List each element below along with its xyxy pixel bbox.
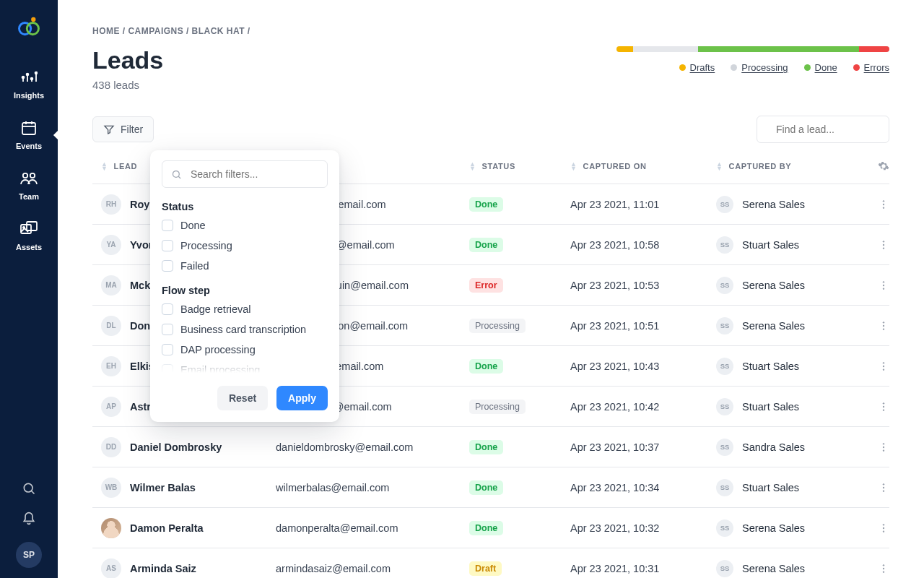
sort-icon: ▲▼: [570, 162, 578, 171]
nav-label: Assets: [16, 243, 42, 251]
nav-assets[interactable]: Assets: [0, 211, 58, 262]
user-avatar[interactable]: SP: [16, 542, 42, 568]
captured-by-avatar: SS: [716, 236, 733, 254]
col-captured-by[interactable]: ▲▼ CAPTURED BY: [716, 162, 868, 171]
row-menu-button[interactable]: [868, 441, 889, 453]
filter-option[interactable]: Email processing: [162, 364, 328, 373]
captured-by-avatar: SS: [716, 398, 733, 415]
row-menu-button[interactable]: [868, 563, 889, 574]
lead-avatar: RH: [101, 194, 121, 215]
svg-point-17: [883, 207, 884, 208]
captured-by-avatar: SS: [716, 196, 733, 213]
table-row[interactable]: WBWilmer Balaswilmerbalas@email.comDoneA…: [92, 467, 889, 508]
table-settings-button[interactable]: [868, 160, 889, 172]
filter-search-wrap[interactable]: [162, 160, 328, 188]
svg-point-26: [883, 328, 884, 329]
filter-option[interactable]: Processing: [162, 240, 328, 251]
search-input-wrap[interactable]: [757, 116, 889, 143]
nav-label: Events: [16, 142, 42, 150]
dot-icon: [679, 64, 686, 71]
svg-point-3: [22, 77, 25, 79]
col-status[interactable]: ▲▼ STATUS: [469, 162, 570, 171]
apply-button[interactable]: Apply: [276, 386, 328, 410]
lead-name: Arminda Saiz: [130, 563, 196, 574]
svg-point-45: [173, 171, 180, 177]
lead-email: armindasaiz@email.com: [276, 563, 469, 574]
search-icon: [171, 169, 182, 180]
nav-insights[interactable]: Insights: [0, 59, 58, 110]
captured-by-avatar: SS: [716, 519, 733, 537]
filter-option[interactable]: Badge retrieval: [162, 303, 328, 315]
svg-point-16: [883, 203, 884, 204]
legend-processing[interactable]: Processing: [731, 62, 788, 73]
lead-email: danieldombrosky@email.com: [276, 441, 469, 453]
col-captured-on[interactable]: ▲▼ CAPTURED ON: [570, 162, 716, 171]
svg-point-41: [883, 530, 884, 532]
captured-by-name: Serena Sales: [742, 320, 805, 332]
status-badge: Processing: [469, 400, 526, 414]
search-input[interactable]: [775, 123, 904, 136]
filter-option[interactable]: DAP processing: [162, 344, 328, 355]
row-menu-button[interactable]: [868, 482, 889, 493]
captured-by-name: Serena Sales: [742, 522, 805, 534]
row-menu-button[interactable]: [868, 522, 889, 534]
captured-by-name: Stuart Sales: [742, 482, 799, 493]
table-row[interactable]: Damon Peraltadamonperalta@email.comDoneA…: [92, 508, 889, 548]
nav-team[interactable]: Team: [0, 160, 58, 211]
legend-done[interactable]: Done: [804, 62, 837, 73]
row-menu-button[interactable]: [868, 199, 889, 210]
more-vertical-icon: [878, 482, 889, 493]
gear-icon: [878, 160, 889, 172]
dot-icon: [804, 64, 811, 71]
checkbox-icon: [162, 260, 173, 272]
legend-drafts[interactable]: Drafts: [679, 62, 715, 73]
page-title: Leads: [92, 46, 163, 74]
captured-by-avatar: SS: [716, 439, 733, 456]
row-menu-button[interactable]: [868, 401, 889, 413]
captured-on: Apr 23 2021, 10:37: [570, 441, 716, 453]
nav-events[interactable]: Events: [0, 110, 58, 160]
status-badge: Done: [469, 197, 503, 212]
filter-button[interactable]: Filter: [92, 116, 154, 142]
row-menu-button[interactable]: [868, 280, 889, 291]
svg-point-8: [23, 173, 27, 178]
lead-name: Wilmer Balas: [130, 482, 196, 493]
legend-errors[interactable]: Errors: [853, 62, 889, 73]
progress-segment-drafts: [616, 46, 633, 52]
calendar-icon: [19, 118, 38, 137]
status-badge: Error: [469, 278, 503, 293]
table-row[interactable]: DDDaniel Dombroskydanieldombrosky@email.…: [92, 427, 889, 467]
svg-point-13: [24, 483, 32, 492]
filter-option[interactable]: Business card transcription: [162, 324, 328, 335]
search-icon[interactable]: [22, 481, 36, 496]
reset-button[interactable]: Reset: [217, 386, 268, 410]
row-menu-button[interactable]: [868, 239, 889, 251]
captured-on: Apr 23 2021, 11:01: [570, 199, 716, 210]
filter-option-label: Business card transcription: [180, 324, 306, 335]
table-row[interactable]: ASArminda Saizarmindasaiz@email.comDraft…: [92, 548, 889, 578]
lead-avatar: WB: [101, 478, 121, 498]
status-badge: Processing: [469, 319, 526, 333]
status-badge: Done: [469, 440, 503, 454]
filter-section-flow: Flow step: [162, 285, 328, 296]
svg-point-38: [883, 490, 884, 491]
user-initials: SP: [23, 550, 35, 560]
insights-icon: [19, 68, 38, 87]
captured-by-name: Serena Sales: [742, 563, 805, 574]
svg-point-1: [27, 23, 38, 35]
row-menu-button[interactable]: [868, 361, 889, 372]
lead-email: damonperalta@email.com: [276, 522, 469, 534]
svg-point-18: [883, 241, 884, 242]
svg-point-23: [883, 288, 884, 289]
breadcrumb[interactable]: HOME / CAMPAIGNS / BLACK HAT /: [92, 26, 889, 36]
row-menu-button[interactable]: [868, 320, 889, 332]
filter-option[interactable]: Failed: [162, 260, 328, 272]
svg-point-40: [883, 527, 884, 528]
lead-name: Daniel Dombrosky: [130, 441, 222, 453]
svg-point-29: [883, 368, 884, 370]
filter-option[interactable]: Done: [162, 220, 328, 231]
more-vertical-icon: [878, 199, 889, 210]
filter-search-input[interactable]: [189, 168, 318, 181]
captured-by-avatar: SS: [716, 358, 733, 375]
bell-icon[interactable]: [22, 512, 36, 526]
